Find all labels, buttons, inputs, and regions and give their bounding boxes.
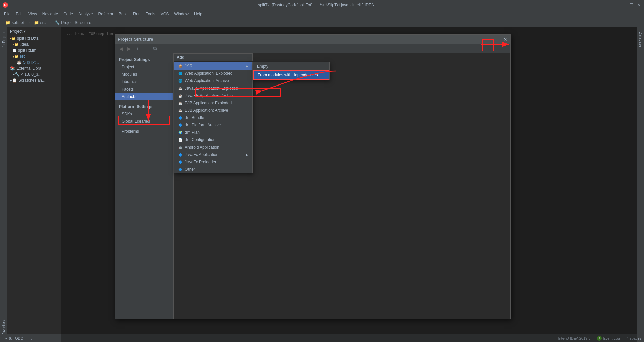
menu-view[interactable]: View <box>25 11 40 17</box>
project-settings-heading: Project Settings <box>115 56 173 63</box>
folder-icon: ▾📁 <box>13 55 18 58</box>
tab-bar: 📁 splitTxt › 📁 src › 🔧 Project Structure <box>0 18 644 27</box>
menu-dm-config[interactable]: 📄 dm Configuration <box>174 136 252 144</box>
forward-button[interactable]: ▶ <box>126 45 132 52</box>
menu-javafx-preloader[interactable]: 🔷 JavaFx Preloader <box>174 158 252 166</box>
breadcrumb-sep1: › <box>29 21 30 25</box>
submenu-arrow: ▶ <box>246 64 248 68</box>
sidebar-tab-database[interactable]: Database <box>638 29 643 50</box>
menu-javaee-archive[interactable]: ☕ JavaEE Application: Archive <box>174 92 252 99</box>
menu-other[interactable]: 🔷 Other <box>174 166 252 173</box>
sidebar-tab-project[interactable]: 1: Project <box>1 29 6 50</box>
menu-navigate[interactable]: Navigate <box>40 11 61 17</box>
title-bar: IJ splitTxt [D:\studyCode\splitTxt] – ..… <box>0 0 644 10</box>
android-app-label: Android Application <box>185 145 219 150</box>
copy-button[interactable]: ⧉ <box>151 45 159 52</box>
menu-build[interactable]: Build <box>116 11 130 17</box>
nav-artifacts[interactable]: Artifacts <box>115 93 173 100</box>
menu-tools[interactable]: Tools <box>143 11 158 17</box>
submenu-from-modules[interactable]: From modules with dependencies... <box>253 70 329 80</box>
tree-item-external[interactable]: 📚 External Libra... <box>7 65 61 71</box>
menu-code[interactable]: Code <box>61 11 76 17</box>
menu-ejb-archive[interactable]: ☕ EJB Application: Archive <box>174 107 252 114</box>
dialog-nav: Project Settings Project Modules Librari… <box>115 53 174 319</box>
right-sidebar: Database Ant <box>637 27 644 342</box>
jdk-icon: ▸🔧 <box>13 72 20 77</box>
tree-item-sliptxt[interactable]: ☕ SlipTxt... <box>7 59 61 65</box>
project-header-label: Project ▾ <box>10 29 26 34</box>
java-icon: ☕ <box>17 60 22 65</box>
minimize-button[interactable]: — <box>621 2 627 8</box>
folder-icon: ▸📁 <box>13 43 18 46</box>
dm-icon: 🔷 <box>178 123 183 127</box>
bottom-terminal[interactable]: T: <box>26 336 35 340</box>
javafx-preloader-icon: 🔷 <box>178 160 183 164</box>
menu-javafx-app[interactable]: 🔷 JavaFx Application ▶ <box>174 151 252 158</box>
menu-javaee-exploded[interactable]: ☕ JavaEE Application: Exploded <box>174 84 252 92</box>
nav-project[interactable]: Project <box>115 63 173 71</box>
tree-item-splittxt[interactable]: ▾📁 splitTxt D:\s... <box>7 35 61 41</box>
nav-sdks[interactable]: SDKs <box>115 110 173 118</box>
tab-project-structure[interactable]: 🔧 Project Structure <box>52 20 94 26</box>
project-header: Project ▾ <box>7 27 61 35</box>
menu-analyze[interactable]: Analyze <box>76 11 96 17</box>
tree-item-scratches[interactable]: ▸📋 Scratches an... <box>7 77 61 83</box>
nav-modules[interactable]: Modules <box>115 71 173 78</box>
menu-dm-plan[interactable]: 🌍 dm Plan <box>174 129 252 136</box>
window-controls: — ❐ ✕ <box>621 2 641 8</box>
breadcrumb-src[interactable]: 📁 src <box>31 20 48 26</box>
dialog-content: Project Settings Project Modules Librari… <box>115 53 510 319</box>
ejb-icon: ☕ <box>178 108 183 113</box>
dialog-close-button[interactable]: ✕ <box>503 37 507 42</box>
breadcrumb-sep2: › <box>50 21 51 25</box>
back-button[interactable]: ◀ <box>118 45 124 52</box>
submenu-empty[interactable]: Empty <box>253 62 329 70</box>
maximize-button[interactable]: ❐ <box>629 2 634 8</box>
tree-item-src[interactable]: ▾📁 src <box>7 53 61 59</box>
menu-dm-bundle[interactable]: 🔷 dm Bundle <box>174 114 252 121</box>
menu-bar: File Edit View Navigate Code Analyze Ref… <box>0 10 644 18</box>
menu-file[interactable]: File <box>1 11 13 17</box>
platform-settings-heading: Platform Settings <box>115 103 173 110</box>
nav-libraries[interactable]: Libraries <box>115 78 173 86</box>
tree-item-idea[interactable]: ▸📁 .idea <box>7 41 61 47</box>
menu-run[interactable]: Run <box>130 11 143 17</box>
nav-facets[interactable]: Facets <box>115 86 173 93</box>
tree-item-iml[interactable]: 📄 splitTxt.im... <box>7 47 61 53</box>
javaee-icon: ☕ <box>178 86 183 91</box>
file-icon: 📄 <box>13 49 17 52</box>
nav-problems[interactable]: Problems <box>115 128 173 135</box>
project-tree-panel: Project ▾ ▾📁 splitTxt D:\s... ▸📁 .idea 📄… <box>7 27 61 342</box>
ejb-icon: ☕ <box>178 101 183 105</box>
folder-icon: ▾📁 <box>10 37 16 40</box>
jar-submenu: Empty From modules with dependencies... <box>253 62 330 80</box>
web-icon: 🌐 <box>178 71 183 76</box>
menu-web-app-exploded[interactable]: 🌐 Web Application: Exploded <box>174 70 252 77</box>
menu-edit[interactable]: Edit <box>13 11 25 17</box>
editor-area: ...throws IOException Project Structure … <box>61 27 637 342</box>
close-button[interactable]: ✕ <box>636 2 641 8</box>
add-button[interactable]: + <box>134 45 141 52</box>
menu-jar[interactable]: 📦 JAR ▶ <box>174 62 252 70</box>
scratches-icon: ▸📋 <box>10 78 17 83</box>
remove-button[interactable]: — <box>143 45 150 52</box>
menu-dm-platform[interactable]: 🔷 dm Platform Archive <box>174 121 252 129</box>
tree-item-jdk[interactable]: ▸🔧 < 1.8.0_3... <box>7 71 61 77</box>
javaee-icon: ☕ <box>178 93 183 98</box>
breadcrumb-splittxt[interactable]: 📁 splitTxt <box>3 20 27 26</box>
nav-global-libraries[interactable]: Global Libraries <box>115 118 173 125</box>
menu-ejb-exploded[interactable]: ☕ EJB Application: Exploded <box>174 99 252 107</box>
menu-android-app[interactable]: 🤖 Android Application <box>174 144 252 151</box>
menu-help[interactable]: Help <box>191 11 205 17</box>
menu-vcs[interactable]: VCS <box>158 11 172 17</box>
menu-web-app-archive[interactable]: 🌐 Web Application: Archive <box>174 77 252 84</box>
web-icon: 🌐 <box>178 78 183 83</box>
bottom-todo[interactable]: ≡ 6: TODO <box>3 336 26 340</box>
menu-window[interactable]: Window <box>171 11 191 17</box>
menu-refactor[interactable]: Refactor <box>96 11 116 17</box>
android-icon: 🤖 <box>178 145 183 150</box>
dialog-main-content: Add 📦 JAR ▶ 🌐 Web Application: Exploded <box>174 53 510 319</box>
from-modules-label: From modules with dependencies... <box>258 73 321 77</box>
javafx-icon: 🔷 <box>178 152 183 157</box>
app-title: splitTxt [D:\studyCode\splitTxt] – ...\s… <box>11 3 621 7</box>
